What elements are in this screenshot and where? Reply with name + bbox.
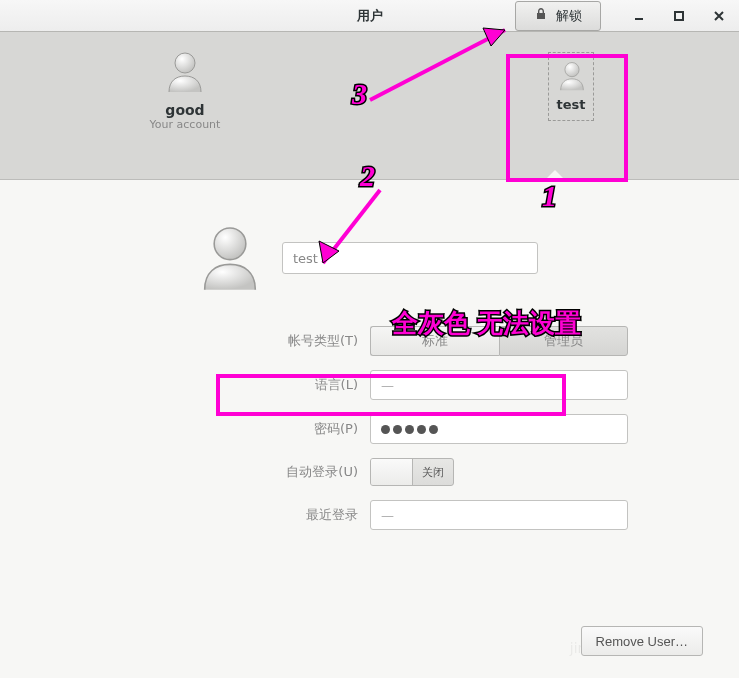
selection-arrow-icon [545,170,565,180]
user-subtitle: Your account [120,118,250,131]
lastlogin-value: — [381,508,394,523]
svg-rect-0 [635,18,643,20]
password-dots-icon [381,425,438,434]
switch-thumb [371,459,413,485]
autologin-label: 自动登录(U) [80,463,370,481]
user-name-field[interactable]: test [282,242,538,274]
window-title: 用户 [357,7,383,25]
switch-off-label: 关闭 [413,459,453,485]
close-button[interactable] [699,0,739,32]
remove-user-button[interactable]: Remove User… [581,626,703,656]
avatar [120,48,250,96]
password-label: 密码(P) [80,420,370,438]
user-name: good [120,102,250,118]
unlock-button-label: 解锁 [556,7,582,25]
language-label: 语言(L) [80,376,370,394]
user-detail-panel: test 帐号类型(T) 标准 管理员 语言(L) — 密码(P) 自动登录(U… [0,180,739,678]
svg-point-3 [565,63,579,77]
titlebar: 用户 解锁 [0,0,739,32]
language-field[interactable]: — [370,370,628,400]
lastlogin-field: — [370,500,628,530]
language-value: — [381,378,394,393]
autologin-switch[interactable]: 关闭 [370,458,454,486]
account-type-segmented: 标准 管理员 [370,326,628,356]
user-tile-test[interactable]: test [506,52,636,121]
svg-rect-1 [675,12,683,20]
account-type-standard[interactable]: 标准 [370,326,499,356]
lastlogin-label: 最近登录 [80,506,370,524]
account-type-admin[interactable]: 管理员 [499,326,629,356]
user-name-value: test [293,251,318,266]
svg-point-4 [214,228,246,260]
users-list: good Your account test [0,32,739,180]
user-name: test [555,97,587,112]
unlock-button[interactable]: 解锁 [515,1,601,31]
svg-point-2 [175,53,195,73]
remove-user-label: Remove User… [596,634,688,649]
password-field[interactable] [370,414,628,444]
avatar-selected: test [548,52,594,121]
user-tile-good[interactable]: good Your account [120,48,250,131]
minimize-button[interactable] [619,0,659,32]
account-type-label: 帐号类型(T) [80,332,370,350]
window-controls [619,0,739,32]
detail-avatar[interactable] [192,220,268,296]
lock-icon [534,7,548,24]
maximize-button[interactable] [659,0,699,32]
